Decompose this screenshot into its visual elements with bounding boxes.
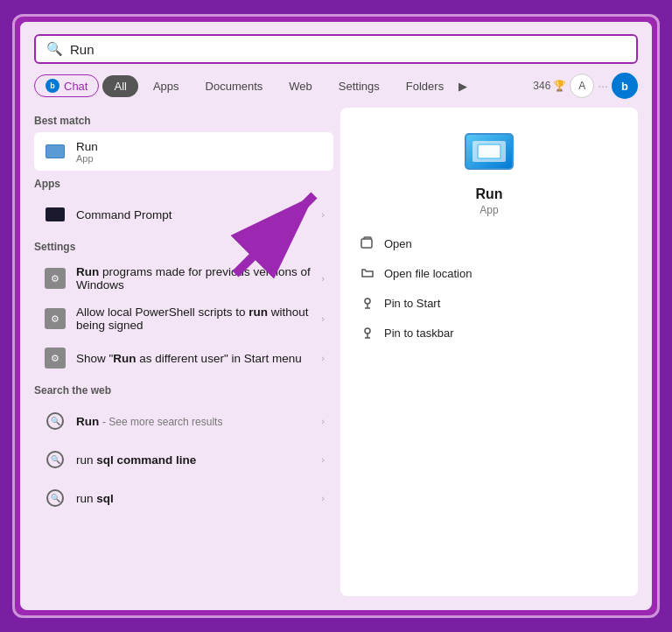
svg-point-4 bbox=[365, 298, 370, 304]
setting-text-0: Run programs made for previous versions … bbox=[76, 265, 312, 291]
cmd-icon bbox=[43, 202, 67, 227]
app-type-large: App bbox=[354, 204, 624, 216]
action-open-location[interactable]: Open file location bbox=[354, 258, 624, 288]
run-icon-box bbox=[46, 144, 65, 158]
cmd-icon-box bbox=[46, 207, 65, 221]
web-text-0: Run - See more search results bbox=[76, 415, 312, 428]
run-app-icon bbox=[43, 139, 67, 164]
section-best-match-label: Best match bbox=[34, 108, 333, 132]
web-icon-2: 🔍 bbox=[46, 489, 64, 507]
search-box[interactable]: 🔍 bbox=[34, 34, 638, 64]
web-text-1: run sql command line bbox=[76, 453, 312, 467]
setting-icon-box-2: ⚙ bbox=[45, 348, 66, 369]
search-window: 🔍 b Chat All Apps Documents Web Se bbox=[20, 22, 652, 610]
result-run-app[interactable]: Run App bbox=[34, 132, 333, 171]
tab-more-btn[interactable]: ··· bbox=[598, 79, 608, 93]
app-icon-large bbox=[463, 125, 515, 178]
result-setting-2[interactable]: ⚙ Show "Run as different user" in Start … bbox=[34, 339, 333, 377]
action-pin-taskbar-label: Pin to taskbar bbox=[384, 327, 454, 340]
web-title-2: run sql bbox=[76, 492, 312, 505]
action-open-location-label: Open file location bbox=[384, 267, 472, 280]
bing-tab-btn[interactable]: b bbox=[612, 73, 638, 99]
pin-icon bbox=[360, 295, 375, 311]
result-web-1[interactable]: 🔍 run sql command line › bbox=[34, 440, 333, 479]
web-search-icon-0: 🔍 bbox=[43, 409, 67, 433]
setting-arrow-1: › bbox=[321, 313, 325, 324]
tab-count: 346 🏆 bbox=[533, 80, 566, 92]
setting-icon-0: ⚙ bbox=[43, 266, 67, 291]
tab-settings[interactable]: Settings bbox=[327, 75, 391, 97]
action-pin-start-label: Pin to Start bbox=[384, 297, 440, 310]
result-setting-1[interactable]: ⚙ Allow local PowerShell scripts to run … bbox=[34, 298, 333, 339]
run-app-icon-large bbox=[464, 132, 514, 171]
web-icon-1: 🔍 bbox=[46, 451, 64, 468]
setting-icon-1: ⚙ bbox=[43, 306, 67, 331]
tab-all[interactable]: All bbox=[102, 75, 137, 97]
setting-icon-box-0: ⚙ bbox=[45, 268, 66, 289]
search-icon: 🔍 bbox=[46, 41, 63, 57]
svg-rect-3 bbox=[361, 239, 372, 248]
web-arrow-0: › bbox=[321, 416, 325, 426]
section-settings-label: Settings bbox=[34, 234, 333, 258]
tab-person-btn[interactable]: A bbox=[570, 74, 594, 98]
web-arrow-2: › bbox=[321, 493, 325, 503]
content-area: Best match Run App Apps bbox=[20, 108, 652, 610]
result-setting-0[interactable]: ⚙ Run programs made for previous version… bbox=[34, 258, 333, 298]
run-app-title: Run bbox=[76, 140, 325, 153]
web-search-icon-1: 🔍 bbox=[43, 447, 67, 472]
setting-arrow-2: › bbox=[321, 353, 325, 363]
search-input[interactable] bbox=[70, 42, 626, 57]
web-title-1: run sql command line bbox=[76, 453, 312, 467]
section-apps-label: Apps bbox=[34, 171, 333, 195]
web-search-icon-2: 🔍 bbox=[43, 486, 67, 510]
tab-documents[interactable]: Documents bbox=[194, 75, 275, 97]
tab-chat[interactable]: b Chat bbox=[34, 74, 99, 97]
result-command-prompt[interactable]: Command Prompt › bbox=[34, 195, 333, 234]
result-web-2[interactable]: 🔍 run sql › bbox=[34, 479, 333, 517]
tabs-bar: b Chat All Apps Documents Web Settings F… bbox=[20, 73, 652, 108]
action-pin-start[interactable]: Pin to Start bbox=[354, 288, 624, 318]
cmd-title: Command Prompt bbox=[76, 208, 312, 221]
svg-rect-2 bbox=[478, 144, 500, 158]
setting-title-0: Run programs made for previous versions … bbox=[76, 265, 312, 291]
search-bar-area: 🔍 bbox=[20, 22, 652, 73]
section-web-label: Search the web bbox=[34, 377, 333, 402]
right-panel: Run App Open bbox=[340, 108, 638, 596]
run-app-text: Run App bbox=[76, 140, 325, 164]
run-app-subtitle: App bbox=[76, 153, 325, 164]
setting-icon-box-1: ⚙ bbox=[45, 308, 66, 329]
tab-play-button[interactable]: ▶ bbox=[458, 80, 467, 93]
action-open-label: Open bbox=[384, 237, 412, 250]
result-web-0[interactable]: 🔍 Run - See more search results › bbox=[34, 402, 333, 440]
web-arrow-1: › bbox=[321, 454, 325, 465]
action-open[interactable]: Open bbox=[354, 228, 624, 258]
cmd-text: Command Prompt bbox=[76, 208, 312, 221]
setting-icon-2: ⚙ bbox=[43, 346, 67, 370]
web-text-2: run sql bbox=[76, 492, 312, 505]
open-location-icon bbox=[360, 265, 375, 281]
left-panel: Best match Run App Apps bbox=[34, 108, 340, 596]
web-icon-0: 🔍 bbox=[46, 412, 64, 430]
window-border: 🔍 b Chat All Apps Documents Web Se bbox=[12, 14, 660, 618]
bing-chat-icon: b bbox=[46, 79, 60, 93]
tab-web[interactable]: Web bbox=[277, 75, 324, 97]
setting-arrow-0: › bbox=[321, 273, 325, 284]
tab-apps[interactable]: Apps bbox=[142, 75, 191, 97]
setting-text-2: Show "Run as different user" in Start me… bbox=[76, 352, 312, 365]
pin-taskbar-icon bbox=[360, 325, 375, 341]
app-name-large: Run bbox=[354, 186, 624, 202]
svg-point-5 bbox=[365, 328, 370, 334]
setting-title-2: Show "Run as different user" in Start me… bbox=[76, 352, 312, 365]
cmd-arrow: › bbox=[321, 209, 325, 220]
setting-text-1: Allow local PowerShell scripts to run wi… bbox=[76, 305, 312, 332]
web-title-0: Run - See more search results bbox=[76, 415, 312, 428]
setting-title-1: Allow local PowerShell scripts to run wi… bbox=[76, 305, 312, 332]
action-pin-taskbar[interactable]: Pin to taskbar bbox=[354, 318, 624, 348]
open-icon bbox=[360, 235, 375, 251]
tab-folders[interactable]: Folders bbox=[395, 75, 455, 97]
